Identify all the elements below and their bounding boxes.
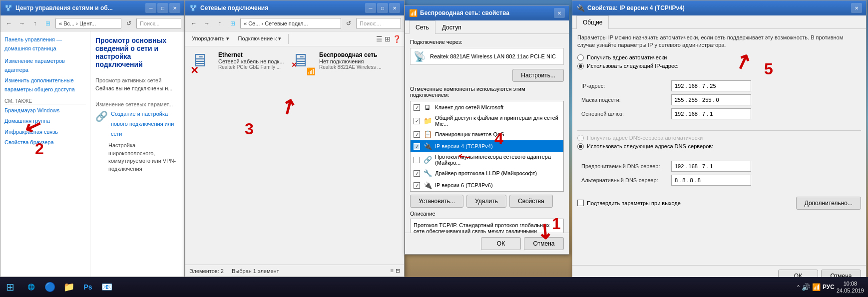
alt-dns-value[interactable]: 8 . 8 . 8 . 8 <box>671 175 751 186</box>
manual-dns-dot[interactable] <box>577 143 584 150</box>
ip-address-value[interactable]: 192 . 168 . 7 . 25 <box>671 80 751 91</box>
netcenter-close-btn[interactable]: ✕ <box>169 3 180 13</box>
netcenter-view-active: Просмотр активных сетей <box>95 77 179 83</box>
wireless-conn-item[interactable]: 🖥 📶 ✕ Беспроводная сеть Нет подключения … <box>291 51 386 260</box>
auto-ip-radio[interactable]: Получить адрес автоматически <box>577 54 861 61</box>
netcenter-windows-icon: ⊞ <box>42 18 53 29</box>
netconn-back-btn[interactable]: ← <box>188 18 199 29</box>
netconn-up-btn[interactable]: ↑ <box>214 18 225 29</box>
netconn-close-btn[interactable]: ✕ <box>389 3 400 13</box>
auto-ip-dot[interactable] <box>577 54 584 61</box>
taskbar-icon-app5[interactable]: 📧 <box>98 278 116 296</box>
comp-cb-3[interactable] <box>414 143 420 150</box>
gateway-label: Основной шлюз: <box>581 111 671 117</box>
confirm-cb[interactable] <box>577 200 584 206</box>
netconn-statusbar: Элементов: 2 Выбран 1 элемент ≡ ⊟ <box>185 265 404 277</box>
tray-chevron[interactable]: ^ <box>797 285 800 290</box>
netconn-status-icons: ≡ ⊟ <box>391 268 400 274</box>
sidebar-firewall-link[interactable]: Брандмауэр Windows <box>4 106 86 115</box>
netconn-grid-icon[interactable]: ⊞ <box>385 35 391 43</box>
netconn-view-icon[interactable]: ☰ <box>376 35 383 43</box>
sidebar-home-link[interactable]: Панель управления — домашняя страница <box>4 35 86 53</box>
comp-item-2[interactable]: 📋 Планировщик пакетов QoS <box>411 128 563 140</box>
netconn-maximize-btn[interactable]: □ <box>377 3 388 13</box>
sidebar-change-adapter-link[interactable]: Изменение параметров адаптера <box>4 57 86 74</box>
remove-btn[interactable]: Удалить <box>466 195 506 208</box>
comp-item-5[interactable]: 🔧 Драйвер протокола LLDP (Майкрософт) <box>411 167 563 179</box>
taskbar-icon-explorer[interactable]: 📁 <box>60 278 78 296</box>
properties-btn[interactable]: Свойства <box>509 195 553 208</box>
comp-name-1: Общий доступ к файлам и принтерам для се… <box>435 115 560 127</box>
comp-cb-0[interactable] <box>414 104 420 111</box>
comp-item-1[interactable]: 📁 Общий доступ к файлам и принтерам для … <box>411 113 563 128</box>
comp-cb-1[interactable] <box>414 118 420 124</box>
taskbar-icon-photoshop[interactable]: Ps <box>79 278 97 296</box>
comp-item-4[interactable]: 🔗 Протокол мультиплексора сетевого адапт… <box>411 152 563 167</box>
dns-fields: Предпочитаемый DNS-сервер: 192 . 168 . 7… <box>577 154 861 193</box>
manual-ip-dot[interactable] <box>577 63 584 69</box>
comp-cb-6[interactable] <box>414 182 420 189</box>
netcenter-refresh-btn[interactable]: ↺ <box>123 18 134 29</box>
netcenter-main: Панель управления — домашняя страница Из… <box>0 31 184 277</box>
netconn-path[interactable]: « Се... › Сетевые подкл... <box>240 18 341 29</box>
manual-ip-radio[interactable]: Использовать следующий IP-адрес: <box>577 63 861 69</box>
comp-cb-4[interactable] <box>414 157 420 163</box>
install-btn[interactable]: Установить... <box>410 195 463 208</box>
sidebar-change-access-link[interactable]: Изменить дополнительные параметры общего… <box>4 76 86 94</box>
tray-speaker-icon[interactable]: 🔊 <box>802 283 810 291</box>
mask-value[interactable]: 255 . 255 . 255 . 0 <box>671 94 751 105</box>
ipv4-tab-general[interactable]: Общие <box>576 15 609 29</box>
netconn-controls: ─ □ ✕ <box>365 3 400 13</box>
netconn-search[interactable]: Поиск:... <box>356 18 401 29</box>
connect-through-label: Подключение через: <box>410 39 564 45</box>
netcenter-back-btn[interactable]: ← <box>3 18 14 29</box>
ipv4-props-window: 🔌 Свойства: IP версии 4 (TCP/IPv4) ✕ Общ… <box>572 0 867 287</box>
netconn-help-icon[interactable]: ❓ <box>393 35 401 43</box>
wireless-tab-net[interactable]: Сеть <box>409 20 435 34</box>
wireless-cancel-btn[interactable]: Отмена <box>524 237 564 250</box>
netcenter-setup-text: Настройка широкополосного, коммутируемог… <box>108 142 179 173</box>
netconn-refresh-btn[interactable]: ↺ <box>343 18 354 29</box>
tray-date: 24.05.2019 <box>837 287 864 294</box>
configure-btn[interactable]: Настроить... <box>512 69 564 82</box>
gateway-value[interactable]: 192 . 168 . 7 . 1 <box>671 108 751 119</box>
wireless-status: Нет подключения <box>319 58 382 64</box>
pref-dns-value[interactable]: 192 . 168 . 7 . 1 <box>671 161 751 172</box>
ipv4-close-btn[interactable]: ✕ <box>851 3 862 13</box>
netcenter-minimize-btn[interactable]: ─ <box>145 3 156 13</box>
manual-dns-radio[interactable]: Использовать следующие адреса DNS-сервер… <box>577 143 861 150</box>
comp-item-0[interactable]: 🖥 Клиент для сетей Microsoft <box>411 101 563 113</box>
ethernet-conn-item[interactable]: 🖥 ✕ Ethernet Сетевой кабель не подк... R… <box>190 51 285 260</box>
confirm-checkbox-row[interactable]: Подтвердить параметры при выходе <box>577 200 681 206</box>
netcenter-path[interactable]: « Вс... › Цент... <box>55 18 121 29</box>
start-button[interactable]: ⊞ <box>0 277 20 297</box>
netcenter-search[interactable]: Поиск... <box>136 18 181 29</box>
netconn-connect-btn[interactable]: Подключение к ▾ <box>235 33 285 45</box>
netconn-minimize-btn[interactable]: ─ <box>365 3 376 13</box>
tray-wifi-icon[interactable]: 📶 <box>812 283 821 291</box>
tray-lang[interactable]: РУС <box>823 284 835 291</box>
taskbar-icon-start2[interactable]: 🌐 <box>22 278 40 296</box>
netcenter-create-link[interactable]: Создание и настройка нового подключения … <box>111 109 179 139</box>
extra-btn[interactable]: Дополнительно... <box>796 197 861 210</box>
svg-rect-1 <box>9 5 11 7</box>
comp-item-3[interactable]: 🔌 IP версии 4 (TCP/IPv4) <box>411 140 563 152</box>
netconn-organize-btn[interactable]: Упорядочить ▾ <box>188 33 233 45</box>
wireless-props-close-btn[interactable]: ✕ <box>554 8 565 18</box>
auto-dns-dot[interactable] <box>577 135 584 141</box>
auto-dns-radio[interactable]: Получить адрес DNS-сервера автоматически <box>577 135 861 141</box>
taskbar-icon-chrome[interactable]: 🔵 <box>41 278 59 296</box>
netcenter-forward-btn[interactable]: → <box>16 18 27 29</box>
wireless-ok-btn[interactable]: ОК <box>481 237 521 250</box>
wireless-tab-access[interactable]: Доступ <box>435 20 468 34</box>
sidebar-browser-props-link[interactable]: Свойства браузера <box>4 138 86 147</box>
netcenter-maximize-btn[interactable]: □ <box>157 3 168 13</box>
netcenter-up-btn[interactable]: ↑ <box>29 18 40 29</box>
comp-cb-5[interactable] <box>414 170 420 177</box>
alt-dns-label: Альтернативный DNS-сервер: <box>581 177 671 183</box>
netconn-forward-btn[interactable]: → <box>201 18 212 29</box>
sidebar-infrared-link[interactable]: Инфракрасная связь <box>4 128 86 137</box>
sidebar-homegroup-link[interactable]: Домашняя группа <box>4 117 86 126</box>
comp-cb-2[interactable] <box>414 131 420 138</box>
comp-item-6[interactable]: 🔌 IP версии 6 (TCP/IPv6) <box>411 179 563 191</box>
